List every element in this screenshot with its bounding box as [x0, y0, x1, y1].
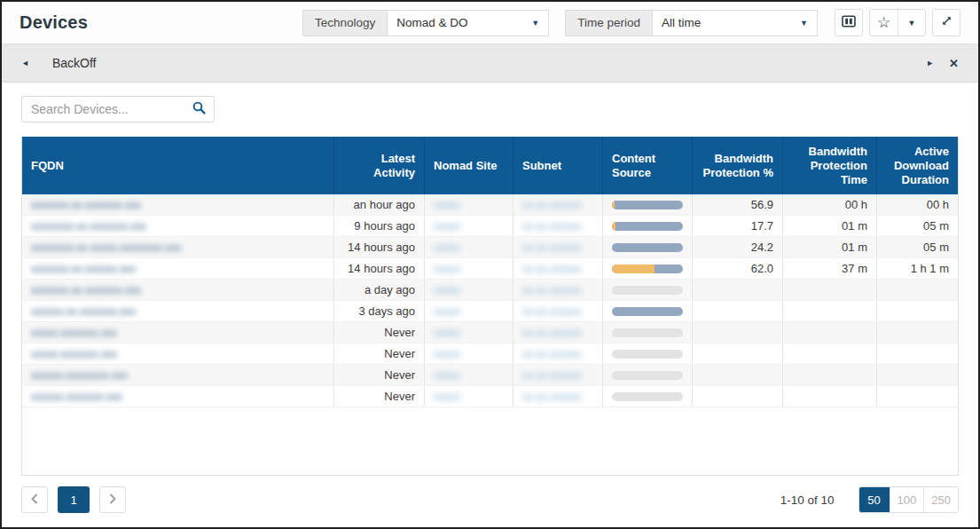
bandwidth-protection-pct-cell: 24.2	[692, 237, 782, 257]
nomad-site-redacted: xxxxx	[434, 327, 460, 339]
chevron-left-icon	[30, 492, 39, 508]
subnet-redacted: xx.xx.xxxxxx	[522, 199, 582, 211]
nomad-site-redacted: xxxxx	[434, 369, 460, 382]
latest-activity-cell: a day ago	[333, 280, 424, 300]
star-icon: ☆	[877, 15, 890, 30]
page-size-100-button[interactable]: 100	[890, 487, 924, 512]
page-title: Devices	[20, 12, 88, 33]
pagination-bar: 1 1-10 of 10 50 100 250	[21, 486, 959, 513]
bandwidth-protection-time-cell	[782, 322, 876, 343]
bandwidth-protection-pct-cell	[692, 322, 782, 343]
pagination-range-text: 1-10 of 10	[780, 493, 835, 507]
expand-button[interactable]	[932, 9, 960, 36]
fqdn-redacted: xxxxx.xxxxxxx.xxx	[31, 327, 117, 339]
bandwidth-protection-pct-cell	[692, 280, 782, 300]
bandwidth-protection-pct-cell: 62.0	[692, 258, 782, 279]
column-header-bandwidth-protection-pct[interactable]: Bandwidth Protection %	[692, 137, 782, 194]
breadcrumb-bar: ◄ BackOff ► ✕	[2, 44, 978, 83]
bandwidth-protection-pct-cell	[692, 301, 782, 321]
table-row[interactable]: xxxxxxx.xx.xxxxxxx.xxx an hour ago xxxxx…	[22, 194, 958, 216]
latest-activity-cell: Never	[333, 365, 424, 385]
table-row[interactable]: xxxxxxx.xx.xxxxxx.xxx 14 hours ago xxxxx…	[22, 258, 958, 280]
content-source-bar	[612, 328, 683, 337]
content-source-bar	[612, 201, 683, 209]
table-row[interactable]: xxxxxxx.xx.xxxxxxx.xxx a day ago xxxxx x…	[22, 280, 958, 301]
column-header-content-source[interactable]: Content Source	[602, 137, 692, 194]
subnet-redacted: xx.xx.xxxxxx	[522, 305, 582, 318]
time-period-dropdown[interactable]: All time ▼	[652, 10, 818, 36]
bandwidth-protection-pct-cell: 17.7	[692, 216, 782, 236]
page-size-250-button[interactable]: 250	[923, 487, 958, 512]
fqdn-redacted: xxxxxxx.xx.xxxxxxx.xxx	[31, 284, 141, 296]
content-source-bar	[612, 392, 683, 401]
chevron-right-icon	[108, 492, 117, 508]
content-source-bar	[612, 307, 683, 316]
bandwidth-protection-time-cell: 00 h	[782, 194, 876, 215]
columns-view-icon	[842, 14, 856, 32]
nomad-site-redacted: xxxxx	[434, 348, 460, 360]
column-header-subnet[interactable]: Subnet	[513, 137, 602, 194]
page-size-50-button[interactable]: 50	[859, 487, 890, 512]
bandwidth-protection-time-cell	[782, 343, 876, 364]
devices-table: FQDN Latest Activity Nomad Site Subnet C…	[21, 137, 959, 476]
bandwidth-protection-time-cell	[782, 280, 876, 300]
active-download-duration-cell: 05 m	[876, 216, 958, 236]
technology-dropdown[interactable]: Nomad & DO ▼	[387, 10, 549, 36]
latest-activity-cell: Never	[333, 322, 424, 343]
content-source-bar	[612, 371, 683, 380]
column-header-bandwidth-protection-time[interactable]: Bandwidth Protection Time	[782, 137, 876, 194]
table-row[interactable]: xxxxxx.xx.xxxxxxx.xxx 3 days ago xxxxx x…	[22, 301, 958, 322]
expand-icon	[940, 14, 953, 31]
page-1-button[interactable]: 1	[58, 486, 90, 513]
fqdn-redacted: xxxxxxxx.xx.xxxxx.xxxxxxxx.xxx	[31, 241, 181, 254]
subnet-redacted: xx.xx.xxxxxx	[522, 284, 582, 296]
column-header-nomad-site[interactable]: Nomad Site	[424, 137, 513, 194]
table-header-row: FQDN Latest Activity Nomad Site Subnet C…	[22, 137, 958, 194]
column-header-active-download-duration[interactable]: Active Download Duration	[876, 137, 958, 194]
table-body: xxxxxxx.xx.xxxxxxx.xxx an hour ago xxxxx…	[22, 194, 958, 407]
active-download-duration-cell	[876, 386, 958, 407]
columns-view-button[interactable]	[835, 9, 863, 36]
bandwidth-protection-time-cell: 01 m	[782, 216, 876, 236]
subnet-redacted: xx.xx.xxxxxx	[522, 220, 582, 233]
content-source-bar	[612, 243, 683, 252]
next-page-button[interactable]	[99, 486, 126, 513]
fqdn-redacted: xxxxxxx.xx.xxxxxxx.xxx	[31, 199, 141, 211]
column-header-fqdn[interactable]: FQDN	[22, 137, 333, 194]
search-input[interactable]	[31, 102, 192, 116]
favorite-button[interactable]: ☆	[870, 10, 898, 36]
latest-activity-cell: Never	[333, 386, 424, 407]
table-row[interactable]: xxxxxxxx.xx.xxxxxxx.xxx 9 hours ago xxxx…	[22, 216, 958, 237]
favorites-menu-button[interactable]: ▼	[898, 10, 925, 36]
table-row[interactable]: xxxxx.xxxxxxx.xxx Never xxxxx xx.xx.xxxx…	[22, 343, 958, 365]
subnet-redacted: xx.xx.xxxxxx	[522, 241, 582, 254]
nomad-site-redacted: xxxxx	[434, 305, 460, 318]
forward-arrow-icon[interactable]: ►	[926, 59, 934, 67]
back-arrow-icon[interactable]: ◄	[21, 59, 29, 67]
fqdn-redacted: xxxxxx.xx.xxxxxxx.xxx	[31, 305, 136, 318]
breadcrumb-label[interactable]: BackOff	[52, 56, 97, 70]
table-row[interactable]: xxxxx.xxxxxxx.xxx Never xxxxx xx.xx.xxxx…	[22, 322, 958, 343]
technology-dropdown-value: Nomad & DO	[396, 16, 467, 29]
table-row[interactable]: xxxxxx.xxxxxxxx.xxx Never xxxxx xx.xx.xx…	[22, 365, 958, 386]
close-icon[interactable]: ✕	[949, 58, 959, 69]
top-bar: Devices Technology Nomad & DO ▼ Time per…	[2, 2, 978, 44]
latest-activity-cell: 9 hours ago	[333, 216, 424, 236]
table-row[interactable]: xxxxxxxx.xx.xxxxx.xxxxxxxx.xxx 14 hours …	[22, 237, 958, 258]
active-download-duration-cell	[876, 365, 958, 385]
previous-page-button[interactable]	[21, 486, 48, 513]
latest-activity-cell: 14 hours ago	[333, 237, 424, 257]
caret-down-icon: ▼	[531, 19, 539, 28]
time-period-filter-label: Time period	[565, 10, 652, 36]
bandwidth-protection-time-cell	[782, 386, 876, 407]
active-download-duration-cell: 05 m	[876, 237, 958, 257]
column-header-latest-activity[interactable]: Latest Activity	[333, 137, 424, 194]
subnet-redacted: xx.xx.xxxxxx	[522, 327, 582, 339]
table-row[interactable]: xxxxxx.xxxxxxx.xxx Never xxxxx xx.xx.xxx…	[22, 386, 958, 407]
time-period-dropdown-value: All time	[662, 16, 701, 29]
nomad-site-redacted: xxxxx	[434, 220, 460, 233]
search-icon[interactable]	[192, 100, 207, 119]
latest-activity-cell: 3 days ago	[333, 301, 424, 321]
caret-down-icon: ▼	[800, 19, 808, 28]
subnet-redacted: xx.xx.xxxxxx	[522, 348, 582, 360]
